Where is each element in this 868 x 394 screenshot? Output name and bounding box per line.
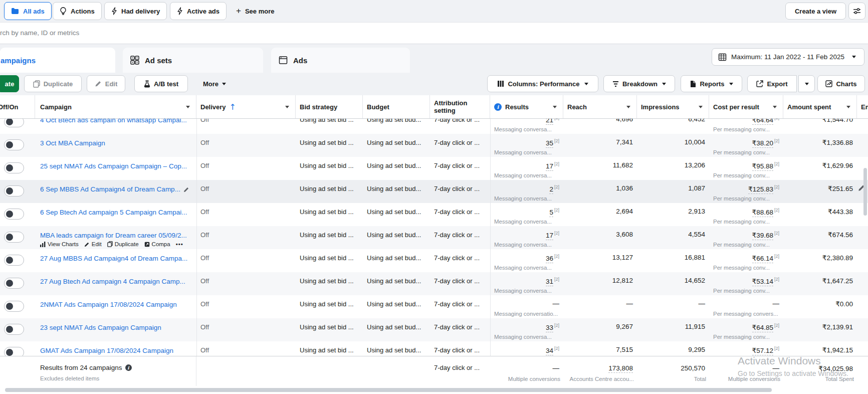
reach-value: 12,812 bbox=[612, 277, 633, 284]
results-value[interactable]: 34[2] bbox=[546, 346, 559, 354]
campaign-name-link[interactable]: 6 Sep Btech Ad campaign 5 Campaign Campa… bbox=[40, 209, 187, 216]
cost-per-result-value[interactable]: ₹39.68[2] bbox=[752, 231, 779, 239]
campaign-name-link[interactable]: 27 Aug MBBS Ad Campaign4 of Dream Campa.… bbox=[40, 255, 187, 262]
column-header-delivery[interactable]: Delivery↑ bbox=[196, 95, 296, 118]
results-value[interactable]: — bbox=[553, 300, 560, 307]
cost-per-result-value[interactable]: ₹38.20[2] bbox=[752, 138, 779, 147]
breakdown-button[interactable]: Breakdown bbox=[603, 75, 675, 92]
tab-campaigns[interactable]: ampaigns bbox=[0, 48, 115, 73]
results-value[interactable]: 31[2] bbox=[546, 277, 559, 285]
results-value[interactable]: 2[2] bbox=[549, 184, 559, 193]
horizontal-scrollbar[interactable] bbox=[0, 386, 868, 394]
reports-button[interactable]: Reports bbox=[681, 75, 742, 92]
cost-per-result-value[interactable]: ₹125.83[2] bbox=[748, 184, 779, 193]
table-row: 27 Aug Btech Ad campaign 4 Campaign Camp… bbox=[0, 272, 868, 295]
campaign-toggle[interactable] bbox=[4, 278, 24, 289]
cost-per-result-value[interactable]: ₹88.68[2] bbox=[752, 208, 779, 216]
campaign-name-link[interactable]: 25 sept NMAT Ads Campaign Campaign – Cop… bbox=[40, 162, 187, 170]
filter-settings-button[interactable] bbox=[848, 3, 865, 20]
folder-icon bbox=[11, 8, 19, 15]
campaign-name-link[interactable]: 3 Oct MBA Campaign bbox=[40, 139, 105, 147]
results-value[interactable]: 35[2] bbox=[546, 138, 559, 147]
amount-spent-value: ₹1,629.96 bbox=[822, 161, 853, 169]
charts-button[interactable]: Charts bbox=[817, 75, 865, 92]
cost-per-result-value[interactable]: ₹64.85[2] bbox=[752, 323, 779, 331]
edit-action[interactable]: Edit bbox=[84, 241, 102, 247]
see-more-button[interactable]: + See more bbox=[230, 2, 281, 20]
campaign-toggle[interactable] bbox=[4, 301, 24, 312]
vertical-scrollbar[interactable] bbox=[863, 168, 867, 216]
compare-action[interactable]: Compa bbox=[144, 241, 170, 247]
column-header-reach[interactable]: Reach bbox=[563, 95, 637, 118]
cost-per-result-value[interactable]: ₹53.14[2] bbox=[752, 277, 779, 285]
filter-chip-actions[interactable]: Actions bbox=[53, 2, 102, 20]
export-options-button[interactable] bbox=[798, 75, 815, 92]
campaign-toggle[interactable] bbox=[4, 232, 24, 243]
amount-spent-value: ₹2,380.89 bbox=[822, 254, 853, 262]
ab-test-button[interactable]: A/B test bbox=[134, 75, 188, 92]
create-button[interactable]: ate bbox=[0, 75, 19, 92]
duplicate-button[interactable]: Duplicate bbox=[24, 75, 82, 92]
campaign-toggle[interactable] bbox=[4, 139, 24, 150]
campaign-name-link[interactable]: GMAT Ads Campaign 17/08/2024 Campaign bbox=[40, 347, 173, 354]
summary-reach[interactable]: 173,808 bbox=[608, 364, 633, 372]
date-range-selector[interactable]: Maximum: 11 Jan 2022 - 11 Feb 2025 bbox=[712, 48, 864, 66]
create-view-button[interactable]: Create a view bbox=[785, 3, 846, 20]
campaign-toggle[interactable] bbox=[4, 255, 24, 266]
grid-icon bbox=[130, 55, 140, 65]
search-bar[interactable]: rch by name, ID or metrics bbox=[0, 22, 868, 44]
filter-chip-had-delivery[interactable]: Had delivery bbox=[104, 2, 167, 20]
campaign-toggle[interactable] bbox=[4, 119, 24, 127]
results-value[interactable]: 17[2] bbox=[546, 161, 559, 170]
column-header-impressions[interactable]: Impressions bbox=[637, 95, 709, 118]
filter-chip-active-ads[interactable]: Active ads bbox=[170, 2, 227, 20]
campaign-name-link[interactable]: 27 Aug Btech Ad campaign 4 Campaign Camp… bbox=[40, 278, 185, 285]
campaign-name-link[interactable]: 23 sept NMAT Ads Campaign Campaign bbox=[40, 324, 161, 331]
column-header-attribution[interactable]: Attribution setting bbox=[430, 95, 490, 118]
campaign-toggle[interactable] bbox=[4, 209, 24, 220]
cost-per-result-value[interactable]: ₹64.64[2] bbox=[752, 119, 779, 124]
results-value[interactable]: 33[2] bbox=[546, 323, 559, 331]
delivery-status: Off bbox=[200, 139, 209, 146]
export-label: Export bbox=[767, 80, 787, 88]
edit-button[interactable]: Edit bbox=[87, 75, 125, 92]
cost-per-result-value[interactable]: ₹57.12[2] bbox=[752, 346, 779, 354]
column-header-amount-spent[interactable]: Amount spent bbox=[783, 95, 857, 118]
cost-per-result-value[interactable]: ₹66.14[2] bbox=[752, 254, 779, 262]
campaign-toggle[interactable] bbox=[4, 347, 24, 356]
columns-button[interactable]: Columns: Performance bbox=[487, 75, 598, 92]
more-actions[interactable]: ••• bbox=[176, 241, 183, 247]
column-header-cost-per-result[interactable]: Cost per result bbox=[709, 95, 783, 118]
results-note: Messaging conversa... bbox=[494, 242, 560, 248]
campaign-name-link[interactable]: MBA leads campaign for Dream career 05/0… bbox=[40, 232, 187, 239]
tab-ad-sets[interactable]: Ad sets bbox=[123, 48, 263, 73]
filter-chip-all-ads[interactable]: All ads bbox=[4, 2, 52, 20]
column-header-bid-strategy[interactable]: Bid strategy bbox=[296, 95, 363, 118]
chevron-down-icon bbox=[729, 83, 733, 85]
campaign-name-link[interactable]: 2NMAT Ads Campaign 17/08/2024 Campaign bbox=[40, 301, 177, 308]
bid-strategy-value: Using ad set bid ... bbox=[300, 162, 354, 169]
more-button[interactable]: More bbox=[194, 75, 235, 92]
cost-per-result-value[interactable]: ₹95.88[2] bbox=[752, 161, 779, 170]
column-header-campaign[interactable]: Campaign bbox=[35, 95, 196, 118]
campaign-name-link[interactable]: 4 Oct Btech ads campain on whatsapp Camp… bbox=[40, 119, 187, 124]
results-value[interactable]: 36[2] bbox=[546, 254, 559, 262]
view-charts-action[interactable]: View Charts bbox=[40, 241, 79, 247]
scrollbar-handle[interactable] bbox=[5, 388, 772, 392]
ad-icon bbox=[278, 55, 288, 65]
campaign-toggle[interactable] bbox=[4, 162, 24, 173]
column-header-ends[interactable]: En bbox=[857, 95, 868, 118]
column-header-budget[interactable]: Budget bbox=[363, 95, 430, 118]
results-value[interactable]: 21[2] bbox=[546, 119, 559, 124]
duplicate-action[interactable]: Duplicate bbox=[107, 241, 139, 247]
column-header-results[interactable]: iResults bbox=[490, 95, 563, 118]
create-label: ate bbox=[5, 80, 15, 88]
campaign-toggle[interactable] bbox=[4, 185, 24, 196]
results-value[interactable]: 5[2] bbox=[549, 208, 559, 216]
tab-ads[interactable]: Ads bbox=[271, 48, 410, 73]
export-button[interactable]: Export bbox=[747, 75, 797, 92]
campaign-toggle[interactable] bbox=[4, 324, 24, 335]
campaign-name-link[interactable]: 6 Sep MBBS Ad Campaign4 of Dream Camp... bbox=[40, 185, 180, 193]
results-value[interactable]: 17[2] bbox=[546, 231, 559, 239]
cost-per-result-value[interactable]: — bbox=[773, 300, 780, 307]
